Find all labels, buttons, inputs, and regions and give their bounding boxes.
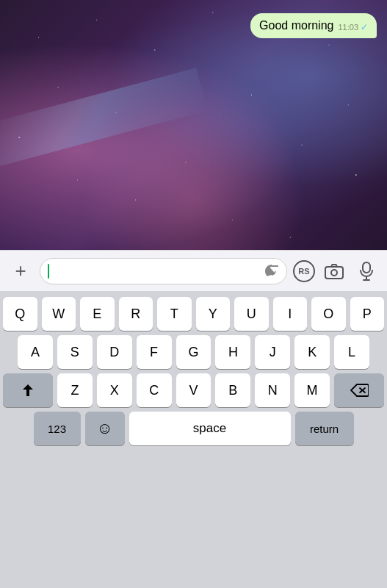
- key-u[interactable]: U: [234, 297, 269, 331]
- message-input-container[interactable]: [40, 258, 287, 284]
- key-shift[interactable]: [3, 373, 53, 407]
- key-o[interactable]: O: [311, 297, 346, 331]
- message-text: Good morning: [259, 19, 333, 32]
- key-q[interactable]: Q: [3, 297, 37, 331]
- key-w[interactable]: W: [42, 297, 76, 331]
- key-a[interactable]: A: [18, 335, 53, 369]
- message-time: 11:03: [338, 23, 358, 32]
- key-emoji[interactable]: ☺: [85, 412, 125, 445]
- key-l[interactable]: L: [334, 335, 369, 369]
- key-numbers[interactable]: 123: [34, 412, 81, 445]
- message-read-tick: ✓: [361, 23, 368, 32]
- key-x[interactable]: X: [97, 373, 132, 407]
- key-g[interactable]: G: [176, 335, 211, 369]
- key-p[interactable]: P: [350, 297, 385, 331]
- svg-point-1: [331, 270, 337, 276]
- key-i[interactable]: I: [273, 297, 308, 331]
- key-d[interactable]: D: [97, 335, 132, 369]
- attach-button[interactable]: +: [7, 258, 34, 284]
- key-delete[interactable]: [334, 373, 384, 407]
- key-row-4: 123 ☺ space return: [3, 412, 384, 445]
- keyboard: Q W E R T Y U I O P A S D F G H J K L Z …: [0, 291, 387, 588]
- key-f[interactable]: F: [137, 335, 172, 369]
- key-h[interactable]: H: [215, 335, 250, 369]
- key-c[interactable]: C: [137, 373, 172, 407]
- text-cursor: [48, 264, 49, 279]
- input-toolbar: + RS: [0, 250, 387, 291]
- key-row-2: A S D F G H J K L: [3, 335, 384, 369]
- chat-area: Good morning 11:03 ✓: [0, 0, 387, 250]
- key-row-3: Z X C V B N M: [3, 373, 384, 407]
- key-e[interactable]: E: [80, 297, 115, 331]
- svg-rect-2: [363, 262, 370, 273]
- key-z[interactable]: Z: [57, 373, 93, 407]
- key-s[interactable]: S: [57, 335, 93, 369]
- key-b[interactable]: B: [215, 373, 250, 407]
- key-v[interactable]: V: [176, 373, 211, 407]
- svg-rect-0: [325, 267, 343, 279]
- rs-button[interactable]: RS: [293, 260, 315, 282]
- message-bubble: Good morning 11:03 ✓: [250, 13, 377, 38]
- key-m[interactable]: M: [294, 373, 330, 407]
- camera-button[interactable]: [321, 258, 347, 284]
- key-r[interactable]: R: [119, 297, 153, 331]
- message-meta: 11:03 ✓: [338, 23, 368, 32]
- key-space[interactable]: space: [129, 412, 291, 445]
- key-j[interactable]: J: [255, 335, 290, 369]
- sticker-button[interactable]: [263, 262, 281, 280]
- key-return[interactable]: return: [295, 412, 354, 445]
- key-row-1: Q W E R T Y U I O P: [3, 297, 384, 331]
- key-n[interactable]: N: [255, 373, 290, 407]
- key-t[interactable]: T: [157, 297, 192, 331]
- key-k[interactable]: K: [294, 335, 330, 369]
- voice-button[interactable]: [353, 258, 380, 284]
- key-y[interactable]: Y: [196, 297, 231, 331]
